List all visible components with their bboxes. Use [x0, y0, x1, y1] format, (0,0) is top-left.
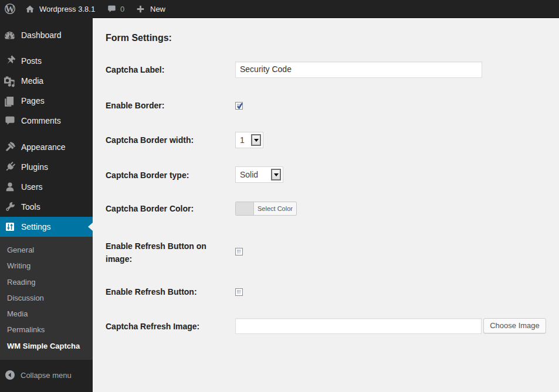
svg-text:W: W [5, 4, 15, 14]
